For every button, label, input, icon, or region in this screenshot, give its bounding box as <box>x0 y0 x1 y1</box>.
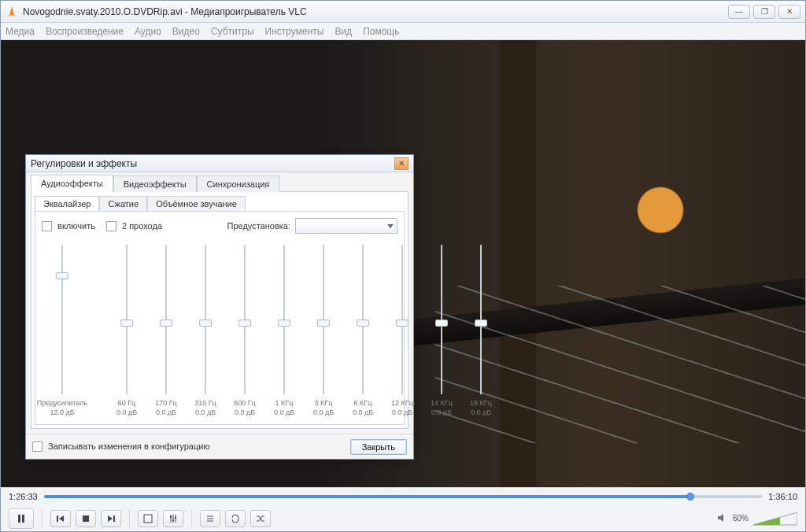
subtab-equalizer[interactable]: Эквалайзер <box>35 196 99 211</box>
band-db: 0.0 дБ <box>274 408 294 416</box>
band-freq: 14 КГц <box>431 399 453 407</box>
menu-media[interactable]: Медиа <box>6 26 35 37</box>
preamp-slider-track[interactable] <box>55 245 69 394</box>
eq-band: 6 КГц0.0 дБ <box>350 245 375 416</box>
loop-icon <box>231 514 240 523</box>
eq-slider[interactable] <box>434 245 449 394</box>
stop-icon <box>81 514 91 523</box>
eq-slider[interactable] <box>159 245 173 394</box>
volume-percent: 60% <box>733 514 749 523</box>
preset-label: Предустановка: <box>227 221 291 231</box>
band-db: 0.0 дБ <box>471 408 491 416</box>
preamp-slider: Предусилитель12.0 дБ <box>43 245 81 416</box>
band-freq: 1 КГц <box>275 399 294 407</box>
checkbox-icon <box>106 221 116 231</box>
band-db: 0.0 дБ <box>156 408 176 416</box>
enable-checkbox[interactable]: включить <box>42 221 95 232</box>
svg-rect-6 <box>83 515 89 522</box>
twopass-label: 2 прохода <box>122 221 162 231</box>
shuffle-button[interactable] <box>250 510 271 527</box>
subtab-compressor[interactable]: Сжатие <box>99 196 147 211</box>
play-pause-button[interactable] <box>9 508 34 529</box>
eq-slider[interactable] <box>395 245 409 394</box>
eq-slider[interactable] <box>198 245 213 394</box>
time-elapsed[interactable]: 1:26:33 <box>9 492 38 501</box>
svg-rect-9 <box>144 515 152 523</box>
playlist-button[interactable] <box>200 510 220 527</box>
titlebar[interactable]: Novogodnie.svaty.2010.O.DVDRip.avi - Мед… <box>1 1 805 23</box>
checkbox-icon <box>42 221 52 231</box>
tab-video-effects[interactable]: Видеоэффекты <box>113 175 197 192</box>
loop-button[interactable] <box>225 510 246 527</box>
fullscreen-icon <box>143 514 153 523</box>
eq-slider[interactable] <box>316 245 331 394</box>
sliders-icon <box>168 514 178 523</box>
band-db: 0.0 дБ <box>353 408 373 416</box>
svg-marker-19 <box>718 514 723 522</box>
enable-label: включить <box>57 221 95 231</box>
twopass-checkbox[interactable]: 2 прохода <box>106 221 162 232</box>
save-config-checkbox[interactable]: Записывать изменения в конфигурацию <box>32 441 210 453</box>
svg-rect-2 <box>18 515 20 523</box>
subtab-spatializer[interactable]: Объёмное звучание <box>147 196 246 211</box>
dialog-titlebar[interactable]: Регулировки и эффекты ✕ <box>26 155 413 172</box>
extended-settings-button[interactable] <box>163 510 183 527</box>
dialog-close-icon[interactable]: ✕ <box>394 157 409 170</box>
eq-band: 16 КГц0.0 дБ <box>468 245 494 416</box>
svg-rect-8 <box>113 515 115 522</box>
audio-effects-pane: Эквалайзер Сжатие Объёмное звучание вклю… <box>31 191 409 429</box>
menu-video[interactable]: Видео <box>172 26 200 37</box>
menu-playback[interactable]: Воспроизведение <box>46 26 124 37</box>
menubar: Медиа Воспроизведение Аудио Видео Субтит… <box>1 23 805 40</box>
time-total[interactable]: 1:36:10 <box>768 492 797 501</box>
shuffle-icon <box>256 514 265 523</box>
volume-slider[interactable] <box>753 512 797 526</box>
svg-rect-1 <box>8 15 16 17</box>
close-button[interactable]: ✕ <box>778 5 800 19</box>
menu-subtitles[interactable]: Субтитры <box>211 26 254 37</box>
effects-dialog[interactable]: Регулировки и эффекты ✕ Аудиоэффекты Вид… <box>25 154 414 460</box>
preset-combo[interactable] <box>295 218 397 234</box>
eq-band: 14 КГц0.0 дБ <box>429 245 454 416</box>
band-freq: 60 Гц <box>118 399 136 407</box>
dialog-close-button[interactable]: Закрыть <box>350 439 407 455</box>
stop-button[interactable] <box>76 510 96 527</box>
band-freq: 170 Гц <box>155 399 177 407</box>
menu-tools[interactable]: Инструменты <box>265 26 324 37</box>
maximize-button[interactable]: ❐ <box>753 5 775 19</box>
seek-slider[interactable] <box>44 493 763 501</box>
dialog-bottom: Записывать изменения в конфигурацию Закр… <box>26 434 413 459</box>
eq-slider[interactable] <box>238 245 252 394</box>
eq-band: 1 КГц0.0 дБ <box>272 245 297 416</box>
dialog-title: Регулировки и эффекты <box>31 158 137 169</box>
eq-slider[interactable] <box>356 245 370 394</box>
tab-synchronization[interactable]: Синхронизация <box>197 175 280 192</box>
preamp-db: 12.0 дБ <box>50 408 74 416</box>
eq-slider[interactable] <box>277 245 291 394</box>
equalizer-pane: включить 2 прохода Предустановка: Предус… <box>35 211 405 425</box>
next-icon <box>106 514 116 523</box>
eq-band: 310 Гц0.0 дБ <box>193 245 218 416</box>
eq-band: 170 Гц0.0 дБ <box>153 245 179 416</box>
vlc-cone-icon <box>6 6 18 18</box>
eq-band: 60 Гц0.0 дБ <box>114 245 139 416</box>
previous-button[interactable] <box>50 510 71 527</box>
next-button[interactable] <box>101 510 121 527</box>
svg-marker-5 <box>59 515 64 522</box>
seek-knob[interactable] <box>686 493 694 501</box>
svg-rect-4 <box>57 515 58 522</box>
band-db: 0.0 дБ <box>313 408 334 416</box>
speaker-icon[interactable] <box>717 512 728 525</box>
eq-slider[interactable] <box>120 245 134 394</box>
band-freq: 3 КГц <box>315 399 333 407</box>
menu-audio[interactable]: Аудио <box>135 26 161 37</box>
eq-slider[interactable] <box>474 245 488 394</box>
band-freq: 600 Гц <box>234 399 256 407</box>
menu-view[interactable]: Вид <box>335 26 352 37</box>
tab-audio-effects[interactable]: Аудиоэффекты <box>31 175 113 192</box>
menu-help[interactable]: Помощь <box>363 26 399 37</box>
minimize-button[interactable]: — <box>728 5 750 19</box>
window-title: Novogodnie.svaty.2010.O.DVDRip.avi - Мед… <box>23 6 307 17</box>
band-db: 0.0 дБ <box>116 408 137 416</box>
fullscreen-button[interactable] <box>138 510 158 527</box>
